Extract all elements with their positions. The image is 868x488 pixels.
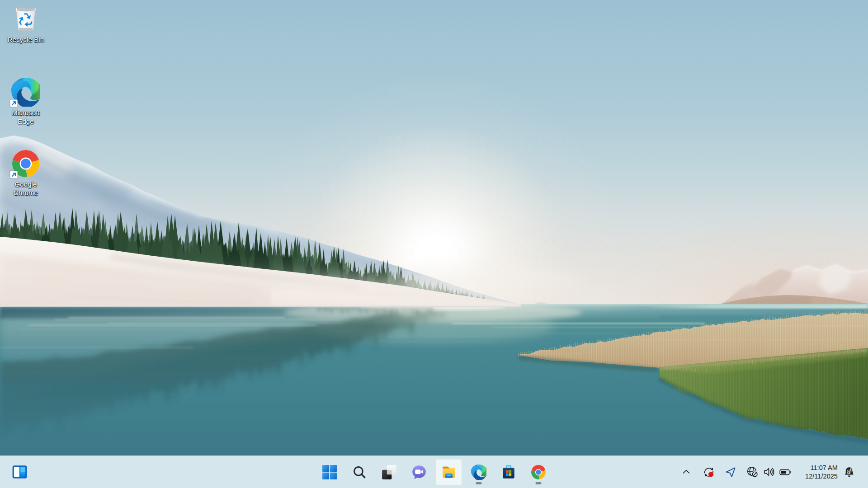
tray-chevron-up-button[interactable] [681,459,692,486]
svg-text:z: z [850,468,852,472]
taskbar-search-button[interactable] [344,457,374,487]
edge-logo-icon [471,465,486,480]
widgets-icon [12,464,28,480]
desktop-icon-label: Microsoft Edge [4,108,47,126]
taskbar-store-button[interactable] [494,457,524,487]
file-explorer-icon [441,465,457,480]
shortcut-arrow-icon [10,171,18,178]
taskbar-chrome-button[interactable] [524,457,553,487]
location-icon [725,466,736,478]
start-icon [322,465,337,480]
desktop-icon-label: Google Chrome [4,180,47,197]
chat-icon [411,465,427,480]
task-view-icon [382,465,397,480]
desktop-icon-edge[interactable]: Microsoft Edge [4,78,47,126]
taskbar-start-button[interactable] [315,457,344,487]
desktop-wallpaper [0,0,868,488]
svg-text:z: z [848,469,850,474]
running-indicator [536,482,542,484]
bell-snooze-icon: zz [843,466,855,478]
desktop: Recycle Bin Microsoft Edge Google Chrome [0,0,868,488]
tray-clock-button[interactable]: 11:07 AM 12/11/2025 [805,459,838,486]
taskbar-widgets-button[interactable] [6,457,33,487]
recycle-bin-icon [11,5,40,33]
desktop-icon-label: Recycle Bin [8,35,44,44]
taskbar-center [315,456,553,488]
chevron-up-icon [681,467,692,478]
volume-icon [763,466,775,478]
tray-update-pending-button[interactable] [702,459,716,486]
clock-date: 12/11/2025 [805,472,838,481]
tray-notification-bell-button[interactable]: zz [842,459,856,486]
update-pending-icon [702,465,716,479]
tray-system-icons-button[interactable] [746,459,792,486]
system-tray: 11:07 AM 12/11/2025 zz [681,456,868,488]
clock-time: 11:07 AM [810,464,838,472]
taskbar-chat-button[interactable] [404,457,434,487]
no-internet-icon [746,466,759,478]
shortcut-arrow-icon [10,99,18,107]
search-icon [352,465,367,480]
store-icon [501,465,516,480]
chrome-logo-icon [531,465,546,480]
battery-icon [779,466,792,479]
taskbar-edge-button[interactable] [464,457,494,487]
taskbar: 11:07 AM 12/11/2025 zz [0,455,868,488]
desktop-icon-chrome[interactable]: Google Chrome [4,149,47,197]
desktop-icon-recycle-bin[interactable]: Recycle Bin [4,5,47,44]
taskbar-file-explorer-button[interactable] [434,457,464,487]
tray-location-button[interactable] [725,459,736,486]
taskbar-task-view-button[interactable] [374,457,404,487]
running-indicator [476,482,482,484]
